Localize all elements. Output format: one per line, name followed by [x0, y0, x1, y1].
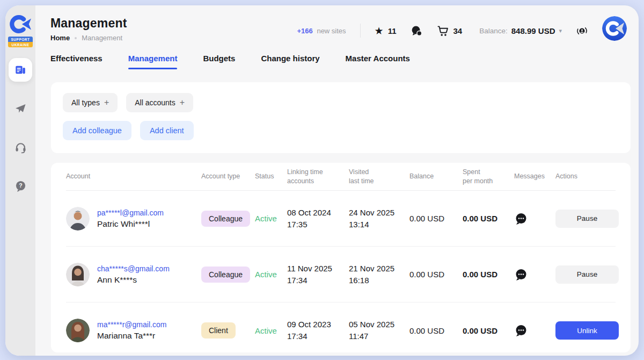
account-email[interactable]: ma*****r@gmail.com — [97, 320, 166, 329]
sidebar: SUPPORT UKRAINE — [5, 5, 35, 356]
filters-panel: All types + All accounts + Add colleague… — [51, 82, 631, 153]
app-logo[interactable]: SUPPORT UKRAINE — [9, 13, 32, 47]
balance-cell: 0.00 USD — [409, 270, 463, 279]
tab-budgets[interactable]: Budgets — [203, 54, 235, 69]
main-content: Management Home Management +166 new site… — [35, 5, 639, 356]
breadcrumb: Home Management — [50, 34, 127, 42]
visited-date: 24 Nov 2025 — [349, 207, 409, 219]
balance-cell: 0.00 USD — [409, 214, 463, 223]
support-ukraine-badge[interactable]: SUPPORT UKRAINE — [8, 37, 33, 47]
visited-time: 13:14 — [349, 219, 409, 231]
paper-plane-icon — [14, 102, 27, 115]
tab-effectiveness[interactable]: Effectiveness — [50, 54, 103, 69]
balance-cell: 0.00 USD — [409, 326, 463, 335]
spent-cell: 0.00 USD — [463, 326, 514, 335]
table-row: ma*****r@gmail.com Marianna Ta***r Clien… — [66, 303, 616, 352]
new-sites-link[interactable]: +166 new sites — [297, 27, 346, 35]
switch-account-button[interactable] — [576, 25, 588, 37]
cart-icon — [437, 25, 449, 37]
status-label: Active — [255, 214, 287, 223]
svg-text:?: ? — [19, 182, 22, 189]
cart-count: 34 — [453, 26, 463, 35]
message-bubble-icon — [514, 268, 528, 282]
page-title: Management — [50, 16, 127, 31]
tab-master-accounts[interactable]: Master Accounts — [346, 54, 410, 69]
table-row: cha*****s@gmail.com Ann K****s Colleague… — [66, 247, 616, 303]
headset-icon — [14, 141, 27, 154]
favorites-count: 11 — [388, 26, 397, 35]
accounts-filter-label: All accounts — [135, 98, 175, 107]
visited-date: 05 Nov 2025 — [349, 319, 409, 330]
favorites-button[interactable]: ★ 11 — [375, 26, 397, 36]
row-message-button[interactable] — [514, 212, 555, 226]
sidebar-item-send[interactable] — [9, 97, 32, 120]
breadcrumb-separator — [75, 37, 77, 39]
table-row: pa*****l@gmail.com Patric Whi****l Colle… — [66, 191, 616, 247]
spent-cell: 0.00 USD — [463, 214, 514, 223]
avatar — [66, 207, 90, 231]
breadcrumb-home[interactable]: Home — [50, 34, 70, 42]
top-bar: Management Home Management +166 new site… — [35, 5, 639, 46]
add-colleague-button[interactable]: Add colleague — [63, 121, 131, 140]
avatar — [66, 319, 90, 342]
column-header-linking-time: Linking timeaccounts — [287, 168, 349, 186]
sidebar-item-help[interactable]: ? — [9, 174, 32, 198]
linking-time: 17:34 — [287, 330, 349, 342]
status-label: Active — [255, 326, 287, 335]
chat-button[interactable] — [411, 25, 423, 37]
table-header-row: Account Account type Status Linking time… — [66, 163, 616, 191]
account-email[interactable]: cha*****s@gmail.com — [97, 264, 170, 273]
column-header-balance: Balance — [409, 172, 463, 181]
help-icon: ? — [14, 180, 27, 192]
balance-dropdown[interactable]: Balance: 848.99 USD ▾ — [479, 26, 562, 35]
sidebar-nav: ? — [9, 58, 32, 198]
balance-label: Balance: — [479, 27, 508, 35]
tab-change-history[interactable]: Change history — [261, 54, 319, 69]
switch-account-icon — [576, 25, 588, 37]
account-name: Marianna Ta***r — [97, 331, 166, 341]
account-name: Ann K****s — [97, 275, 170, 285]
account-type-badge: Client — [201, 322, 236, 339]
sidebar-item-support[interactable] — [9, 135, 32, 159]
badge-support-label: SUPPORT — [8, 37, 33, 42]
visited-date: 21 Nov 2025 — [349, 263, 409, 275]
header-divider — [360, 24, 361, 38]
breadcrumb-current: Management — [82, 34, 122, 42]
account-email[interactable]: pa*****l@gmail.com — [97, 208, 164, 217]
column-header-status: Status — [255, 172, 287, 181]
account-type-badge: Colleague — [201, 267, 250, 283]
desktop-background: SUPPORT UKRAINE — [0, 0, 644, 360]
pause-button[interactable]: Pause — [555, 210, 619, 228]
message-bubble-icon — [514, 212, 528, 226]
spent-cell: 0.00 USD — [463, 270, 514, 279]
header-actions: +166 new sites ★ 11 — [297, 16, 627, 41]
column-header-account-type: Account type — [201, 172, 255, 181]
account-type-badge: Colleague — [201, 211, 250, 227]
row-message-button[interactable] — [514, 323, 555, 337]
plus-icon: + — [104, 98, 109, 107]
profile-logo-icon — [602, 16, 627, 41]
pause-button[interactable]: Pause — [555, 265, 619, 284]
profile-avatar[interactable] — [602, 16, 627, 41]
add-client-button[interactable]: Add client — [140, 121, 194, 140]
column-header-messages: Messages — [514, 172, 555, 181]
logo-icon — [9, 13, 32, 35]
avatar — [66, 263, 90, 286]
unlink-button[interactable]: Unlink — [555, 321, 619, 340]
status-label: Active — [255, 270, 287, 279]
types-filter-label: All types — [71, 98, 100, 107]
accounts-filter-button[interactable]: All accounts + — [126, 93, 193, 112]
row-message-button[interactable] — [514, 268, 555, 282]
visited-time: 11:47 — [349, 330, 409, 342]
types-filter-button[interactable]: All types + — [63, 93, 118, 112]
balance-value: 848.99 USD — [511, 26, 555, 35]
message-bubble-icon — [514, 323, 528, 337]
cart-button[interactable]: 34 — [437, 25, 463, 37]
linking-date: 08 Oct 2024 — [287, 207, 349, 219]
app-window: SUPPORT UKRAINE — [5, 5, 639, 356]
news-icon — [14, 64, 26, 76]
chat-bubble-icon — [411, 25, 423, 37]
star-icon: ★ — [375, 26, 384, 36]
tab-management[interactable]: Management — [128, 54, 178, 69]
sidebar-item-management[interactable] — [9, 58, 32, 82]
